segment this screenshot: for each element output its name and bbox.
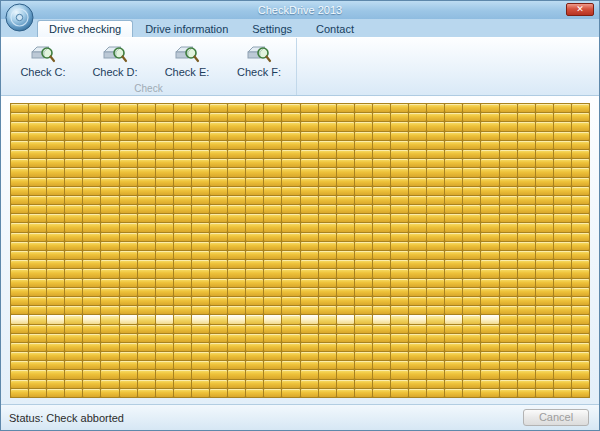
block-cell <box>355 205 372 213</box>
block-cell <box>156 150 173 158</box>
tab-drive-checking[interactable]: Drive checking <box>37 20 133 37</box>
block-cell <box>518 150 535 158</box>
block-cell <box>264 233 281 241</box>
block-cell <box>101 242 118 250</box>
block-cell <box>445 150 462 158</box>
tab-contact[interactable]: Contact <box>304 20 366 37</box>
cancel-button[interactable]: Cancel <box>523 409 589 426</box>
block-cell <box>572 168 589 176</box>
block-cell <box>264 269 281 277</box>
block-cell <box>373 352 390 360</box>
disc-icon <box>5 3 34 32</box>
block-cell <box>65 141 82 149</box>
block-cell <box>337 279 354 287</box>
block-cell <box>463 334 480 342</box>
block-cell <box>409 168 426 176</box>
block-cell <box>264 334 281 342</box>
titlebar[interactable]: CheckDrive 2013 ✕ <box>1 1 599 19</box>
check-drive-icon <box>30 43 56 65</box>
block-cell <box>120 159 137 167</box>
tab-drive-information[interactable]: Drive information <box>133 20 240 37</box>
check-c-label: Check C: <box>20 66 65 78</box>
block-cell <box>554 242 571 250</box>
block-cell <box>554 352 571 360</box>
close-button[interactable]: ✕ <box>566 3 594 16</box>
block-cell <box>156 242 173 250</box>
block-cell <box>156 260 173 268</box>
block-cell <box>427 205 444 213</box>
block-cell <box>282 205 299 213</box>
block-cell <box>319 288 336 296</box>
block-cell <box>246 334 263 342</box>
block-cell <box>120 260 137 268</box>
block-cell <box>373 214 390 222</box>
block-cell <box>29 306 46 314</box>
block-cell <box>500 288 517 296</box>
block-cell <box>409 113 426 121</box>
block-cell <box>409 132 426 140</box>
block-cell <box>65 196 82 204</box>
check-f-label: Check F: <box>237 66 281 78</box>
block-cell <box>518 141 535 149</box>
block-cell <box>301 132 318 140</box>
app-icon[interactable] <box>5 3 34 32</box>
block-cell <box>101 260 118 268</box>
tab-label: Drive checking <box>49 23 121 35</box>
block-cell <box>391 269 408 277</box>
check-c-button[interactable]: Check C: <box>7 41 79 81</box>
block-cell <box>536 223 553 231</box>
check-f-button[interactable]: Check F: <box>223 41 295 81</box>
block-cell <box>409 361 426 369</box>
block-cell <box>210 380 227 388</box>
block-cell <box>29 122 46 130</box>
block-cell <box>282 315 299 323</box>
block-cell <box>337 242 354 250</box>
block-cell <box>500 297 517 305</box>
block-cell <box>65 279 82 287</box>
block-cell <box>301 306 318 314</box>
block-cell <box>192 132 209 140</box>
tab-settings[interactable]: Settings <box>240 20 304 37</box>
block-cell <box>409 104 426 112</box>
block-cell <box>391 370 408 378</box>
block-cell <box>427 159 444 167</box>
block-cell <box>83 223 100 231</box>
block-cell <box>373 269 390 277</box>
block-cell <box>337 361 354 369</box>
check-e-button[interactable]: Check E: <box>151 41 223 81</box>
block-cell <box>319 306 336 314</box>
block-cell <box>47 132 64 140</box>
block-cell <box>301 196 318 204</box>
block-cell <box>373 306 390 314</box>
block-cell <box>228 260 245 268</box>
block-cell <box>319 380 336 388</box>
block-cell <box>156 334 173 342</box>
block-cell <box>463 242 480 250</box>
block-cell <box>192 168 209 176</box>
block-cell <box>445 380 462 388</box>
block-cell <box>174 315 191 323</box>
block-cell <box>319 196 336 204</box>
block-cell <box>391 325 408 333</box>
block-cell <box>11 269 28 277</box>
block-cell <box>337 132 354 140</box>
block-cell <box>192 306 209 314</box>
block-cell <box>409 214 426 222</box>
block-cell <box>355 361 372 369</box>
block-cell <box>536 297 553 305</box>
block-cell <box>518 288 535 296</box>
block-cell <box>391 205 408 213</box>
block-cell <box>500 178 517 186</box>
block-cell <box>463 113 480 121</box>
block-cell <box>138 223 155 231</box>
block-cell <box>463 159 480 167</box>
block-cell <box>65 260 82 268</box>
block-cell <box>83 141 100 149</box>
check-d-button[interactable]: Check D: <box>79 41 151 81</box>
block-cell <box>409 205 426 213</box>
block-cell <box>572 214 589 222</box>
block-cell <box>554 178 571 186</box>
block-cell <box>29 242 46 250</box>
block-cell <box>427 223 444 231</box>
block-cell <box>101 159 118 167</box>
